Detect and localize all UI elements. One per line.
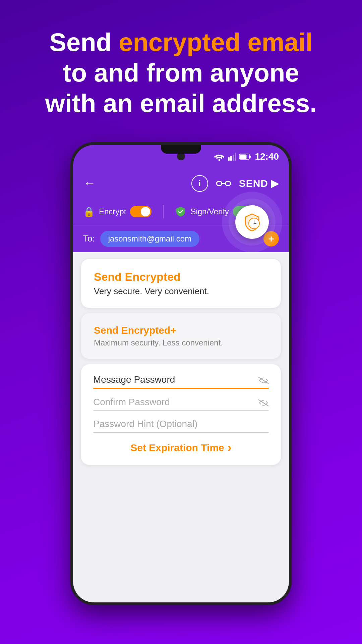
svg-rect-6 xyxy=(240,154,247,159)
shield-check-icon xyxy=(175,206,186,217)
floating-shield-button[interactable] xyxy=(222,192,282,252)
send-encrypted-plus-subtitle: Maximum security. Less convenient. xyxy=(94,338,268,347)
svg-rect-4 xyxy=(235,153,236,161)
message-password-underline xyxy=(93,388,269,389)
signal-icon xyxy=(228,153,236,161)
hero-section: Send encrypted email to and from anyone … xyxy=(0,0,362,136)
recipient-email: jasonsmith@gmail.com xyxy=(108,234,191,243)
svg-rect-2 xyxy=(230,156,232,161)
wifi-icon xyxy=(214,153,225,161)
svg-rect-7 xyxy=(249,156,251,158)
info-button[interactable]: i xyxy=(191,175,208,192)
send-arrow-icon: ▶ xyxy=(271,177,279,189)
hero-text-send: Send xyxy=(49,28,119,56)
hero-line2: to and from anyone xyxy=(63,58,299,87)
shield-rings xyxy=(222,192,282,252)
send-encrypted-plus-title: Send Encrypted+ xyxy=(94,325,268,336)
send-encrypted-plus-card[interactable]: Send Encrypted+ Maximum security. Less c… xyxy=(81,313,281,359)
encrypt-row: 🔒 Encrypt Sign/Verify xyxy=(73,199,289,225)
send-encrypted-title: Send Encrypted xyxy=(94,270,268,283)
confirm-password-label: Confirm Password xyxy=(93,397,269,408)
svg-point-0 xyxy=(219,159,220,161)
to-label: To: xyxy=(83,233,95,244)
set-expiration-button[interactable]: Set Expiration Time › xyxy=(93,441,269,455)
send-encrypted-subtitle: Very secure. Very convenient. xyxy=(94,286,268,297)
encrypt-divider xyxy=(163,205,164,218)
confirm-password-underline xyxy=(93,410,269,411)
message-password-field: Message Password xyxy=(93,374,269,389)
lock-icon: 🔒 xyxy=(83,206,95,217)
send-encrypted-card[interactable]: Send Encrypted Very secure. Very conveni… xyxy=(81,259,281,308)
status-icons: 12:40 xyxy=(214,151,279,162)
password-hint-underline xyxy=(93,432,269,433)
battery-icon xyxy=(239,153,251,160)
encrypt-toggle[interactable] xyxy=(130,206,152,217)
confirm-password-eye-icon[interactable] xyxy=(258,398,269,409)
message-password-eye-icon[interactable] xyxy=(258,376,269,386)
encrypt-item: 🔒 Encrypt xyxy=(83,206,152,217)
encrypt-label: Encrypt xyxy=(99,207,126,216)
send-label: SEND xyxy=(239,178,268,189)
set-expiration-arrow-icon: › xyxy=(228,441,232,455)
status-time: 12:40 xyxy=(255,151,279,162)
info-icon: i xyxy=(198,179,201,188)
top-bar-actions: i SEND ▶ xyxy=(191,175,279,192)
set-expiration-label: Set Expiration Time xyxy=(130,442,224,453)
svg-rect-3 xyxy=(233,155,234,161)
confirm-password-field: Confirm Password xyxy=(93,397,269,411)
link-icon[interactable] xyxy=(216,179,231,188)
message-password-label: Message Password xyxy=(93,374,269,385)
password-hint-label: Password Hint (Optional) xyxy=(93,419,269,429)
recipient-chip[interactable]: jasonsmith@gmail.com xyxy=(100,231,199,247)
shield-clock-btn[interactable] xyxy=(235,205,269,239)
password-card: Message Password Confirm Password xyxy=(81,364,281,465)
svg-rect-1 xyxy=(228,157,230,161)
hero-line3: with an email address. xyxy=(45,89,317,117)
cards-area: Send Encrypted Very secure. Very conveni… xyxy=(73,252,289,605)
send-button[interactable]: SEND ▶ xyxy=(239,177,279,189)
hero-highlight: encrypted email xyxy=(119,28,313,56)
hero-heading: Send encrypted email to and from anyone … xyxy=(20,27,342,119)
back-button[interactable]: ← xyxy=(83,176,96,191)
password-hint-field: Password Hint (Optional) xyxy=(93,419,269,433)
phone-frame: 12:40 ← i SEND ▶ xyxy=(70,142,292,605)
shield-clock-icon xyxy=(242,212,262,232)
phone-wrapper: 12:40 ← i SEND ▶ xyxy=(0,142,362,605)
phone-notch xyxy=(161,145,201,154)
